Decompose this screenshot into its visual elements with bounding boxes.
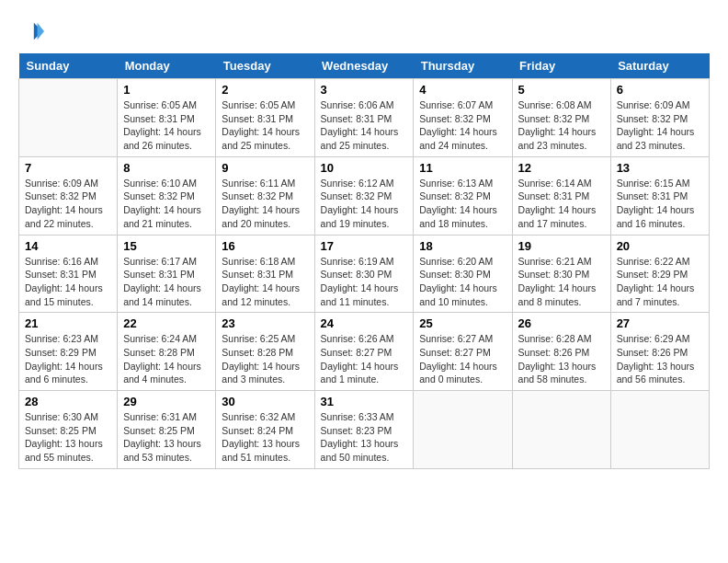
day-number: 16 xyxy=(222,239,308,253)
day-detail: Sunrise: 6:16 AM Sunset: 8:31 PM Dayligh… xyxy=(25,255,111,309)
day-detail: Sunrise: 6:20 AM Sunset: 8:30 PM Dayligh… xyxy=(419,255,506,309)
day-detail: Sunrise: 6:19 AM Sunset: 8:30 PM Dayligh… xyxy=(321,255,408,309)
day-detail: Sunrise: 6:08 AM Sunset: 8:32 PM Dayligh… xyxy=(518,98,605,153)
calendar-cell: 16Sunrise: 6:18 AM Sunset: 8:31 PM Dayli… xyxy=(216,235,314,313)
day-number: 26 xyxy=(518,316,605,330)
calendar-cell: 31Sunrise: 6:33 AM Sunset: 8:23 PM Dayli… xyxy=(314,391,414,469)
calendar-cell: 18Sunrise: 6:20 AM Sunset: 8:30 PM Dayli… xyxy=(414,235,512,313)
day-detail: Sunrise: 6:32 AM Sunset: 8:24 PM Dayligh… xyxy=(222,410,308,465)
calendar-cell: 10Sunrise: 6:12 AM Sunset: 8:32 PM Dayli… xyxy=(314,156,414,235)
day-detail: Sunrise: 6:13 AM Sunset: 8:32 PM Dayligh… xyxy=(419,177,506,231)
day-number: 11 xyxy=(419,161,506,175)
day-header-wednesday: Wednesday xyxy=(314,53,414,79)
day-number: 17 xyxy=(321,239,408,253)
day-header-sunday: Sunday xyxy=(19,53,118,79)
calendar-week-row: 1Sunrise: 6:05 AM Sunset: 8:31 PM Daylig… xyxy=(19,79,710,157)
day-detail: Sunrise: 6:25 AM Sunset: 8:28 PM Dayligh… xyxy=(222,332,308,386)
day-detail: Sunrise: 6:30 AM Sunset: 8:25 PM Dayligh… xyxy=(25,410,111,465)
calendar-cell: 9Sunrise: 6:11 AM Sunset: 8:32 PM Daylig… xyxy=(216,156,314,235)
day-detail: Sunrise: 6:05 AM Sunset: 8:31 PM Dayligh… xyxy=(222,98,308,153)
day-number: 5 xyxy=(518,83,605,97)
day-number: 14 xyxy=(25,239,111,253)
day-number: 15 xyxy=(123,239,210,253)
day-detail: Sunrise: 6:21 AM Sunset: 8:30 PM Dayligh… xyxy=(518,255,605,309)
day-detail: Sunrise: 6:10 AM Sunset: 8:32 PM Dayligh… xyxy=(123,177,210,231)
day-header-thursday: Thursday xyxy=(414,53,512,79)
day-detail: Sunrise: 6:24 AM Sunset: 8:28 PM Dayligh… xyxy=(123,332,210,386)
calendar-cell: 13Sunrise: 6:15 AM Sunset: 8:31 PM Dayli… xyxy=(610,156,709,235)
day-detail: Sunrise: 6:33 AM Sunset: 8:23 PM Dayligh… xyxy=(321,410,408,465)
day-detail: Sunrise: 6:26 AM Sunset: 8:27 PM Dayligh… xyxy=(321,332,408,386)
calendar-cell: 23Sunrise: 6:25 AM Sunset: 8:28 PM Dayli… xyxy=(216,313,314,391)
day-detail: Sunrise: 6:27 AM Sunset: 8:27 PM Dayligh… xyxy=(419,332,506,386)
calendar-cell: 29Sunrise: 6:31 AM Sunset: 8:25 PM Dayli… xyxy=(118,391,216,469)
day-number: 13 xyxy=(617,161,703,175)
calendar-cell xyxy=(512,391,610,469)
calendar-cell: 7Sunrise: 6:09 AM Sunset: 8:32 PM Daylig… xyxy=(19,156,118,235)
calendar-cell: 24Sunrise: 6:26 AM Sunset: 8:27 PM Dayli… xyxy=(314,313,414,391)
calendar-table: SundayMondayTuesdayWednesdayThursdayFrid… xyxy=(18,53,710,469)
day-number: 9 xyxy=(222,161,308,175)
calendar-cell: 6Sunrise: 6:09 AM Sunset: 8:32 PM Daylig… xyxy=(610,79,709,157)
day-detail: Sunrise: 6:15 AM Sunset: 8:31 PM Dayligh… xyxy=(617,177,703,231)
day-number: 31 xyxy=(321,395,408,408)
calendar-cell: 3Sunrise: 6:06 AM Sunset: 8:31 PM Daylig… xyxy=(314,79,414,157)
day-number: 20 xyxy=(617,239,703,253)
day-detail: Sunrise: 6:28 AM Sunset: 8:26 PM Dayligh… xyxy=(518,332,605,386)
day-number: 4 xyxy=(419,83,506,97)
calendar-week-row: 28Sunrise: 6:30 AM Sunset: 8:25 PM Dayli… xyxy=(19,391,710,469)
day-detail: Sunrise: 6:31 AM Sunset: 8:25 PM Dayligh… xyxy=(123,410,210,465)
day-detail: Sunrise: 6:29 AM Sunset: 8:26 PM Dayligh… xyxy=(617,332,703,386)
calendar-cell: 12Sunrise: 6:14 AM Sunset: 8:31 PM Dayli… xyxy=(512,156,610,235)
day-number: 27 xyxy=(617,316,703,330)
day-number: 7 xyxy=(25,161,111,175)
day-number: 22 xyxy=(123,316,210,330)
day-number: 6 xyxy=(617,83,703,97)
calendar-cell xyxy=(19,79,118,157)
day-number: 10 xyxy=(321,161,408,175)
day-number: 30 xyxy=(222,395,308,408)
calendar-cell: 22Sunrise: 6:24 AM Sunset: 8:28 PM Dayli… xyxy=(118,313,216,391)
calendar-cell: 17Sunrise: 6:19 AM Sunset: 8:30 PM Dayli… xyxy=(314,235,414,313)
calendar-cell: 30Sunrise: 6:32 AM Sunset: 8:24 PM Dayli… xyxy=(216,391,314,469)
calendar-cell: 20Sunrise: 6:22 AM Sunset: 8:29 PM Dayli… xyxy=(610,235,709,313)
logo-icon xyxy=(18,18,44,44)
day-detail: Sunrise: 6:11 AM Sunset: 8:32 PM Dayligh… xyxy=(222,177,308,231)
day-detail: Sunrise: 6:18 AM Sunset: 8:31 PM Dayligh… xyxy=(222,255,308,309)
day-detail: Sunrise: 6:06 AM Sunset: 8:31 PM Dayligh… xyxy=(321,98,408,153)
svg-marker-1 xyxy=(38,23,44,40)
day-detail: Sunrise: 6:14 AM Sunset: 8:31 PM Dayligh… xyxy=(518,177,605,231)
calendar-cell: 25Sunrise: 6:27 AM Sunset: 8:27 PM Dayli… xyxy=(414,313,512,391)
calendar-cell xyxy=(610,391,709,469)
calendar-cell: 14Sunrise: 6:16 AM Sunset: 8:31 PM Dayli… xyxy=(19,235,118,313)
day-number: 8 xyxy=(123,161,210,175)
calendar-header-row: SundayMondayTuesdayWednesdayThursdayFrid… xyxy=(19,53,710,79)
day-number: 25 xyxy=(419,316,506,330)
calendar-cell: 27Sunrise: 6:29 AM Sunset: 8:26 PM Dayli… xyxy=(610,313,709,391)
day-header-saturday: Saturday xyxy=(610,53,709,79)
day-number: 29 xyxy=(123,395,210,408)
day-number: 21 xyxy=(25,316,111,330)
day-number: 1 xyxy=(123,83,210,97)
day-detail: Sunrise: 6:09 AM Sunset: 8:32 PM Dayligh… xyxy=(617,98,703,153)
calendar-cell: 5Sunrise: 6:08 AM Sunset: 8:32 PM Daylig… xyxy=(512,79,610,157)
day-detail: Sunrise: 6:05 AM Sunset: 8:31 PM Dayligh… xyxy=(123,98,210,153)
page-header xyxy=(18,18,710,44)
calendar-cell: 4Sunrise: 6:07 AM Sunset: 8:32 PM Daylig… xyxy=(414,79,512,157)
calendar-cell: 28Sunrise: 6:30 AM Sunset: 8:25 PM Dayli… xyxy=(19,391,118,469)
calendar-cell: 11Sunrise: 6:13 AM Sunset: 8:32 PM Dayli… xyxy=(414,156,512,235)
calendar-week-row: 21Sunrise: 6:23 AM Sunset: 8:29 PM Dayli… xyxy=(19,313,710,391)
calendar-cell: 2Sunrise: 6:05 AM Sunset: 8:31 PM Daylig… xyxy=(216,79,314,157)
day-detail: Sunrise: 6:09 AM Sunset: 8:32 PM Dayligh… xyxy=(25,177,111,231)
day-detail: Sunrise: 6:07 AM Sunset: 8:32 PM Dayligh… xyxy=(419,98,506,153)
day-header-friday: Friday xyxy=(512,53,610,79)
calendar-cell: 1Sunrise: 6:05 AM Sunset: 8:31 PM Daylig… xyxy=(118,79,216,157)
day-detail: Sunrise: 6:17 AM Sunset: 8:31 PM Dayligh… xyxy=(123,255,210,309)
logo xyxy=(18,18,48,44)
calendar-week-row: 7Sunrise: 6:09 AM Sunset: 8:32 PM Daylig… xyxy=(19,156,710,235)
day-number: 2 xyxy=(222,83,308,97)
calendar-cell xyxy=(414,391,512,469)
day-number: 19 xyxy=(518,239,605,253)
calendar-cell: 15Sunrise: 6:17 AM Sunset: 8:31 PM Dayli… xyxy=(118,235,216,313)
day-number: 24 xyxy=(321,316,408,330)
